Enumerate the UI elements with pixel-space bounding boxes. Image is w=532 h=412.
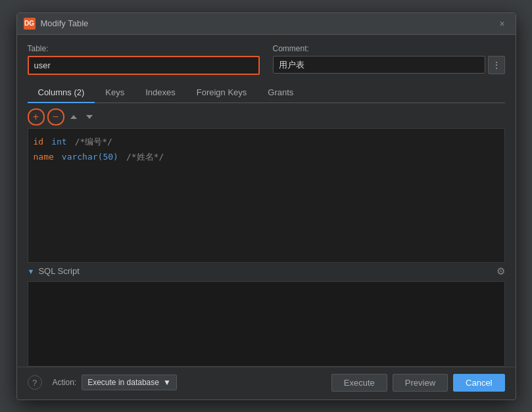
tab-indexes[interactable]: Indexes: [135, 83, 186, 103]
close-button[interactable]: ×: [496, 17, 509, 30]
col-comment-1: /*编号*/: [75, 134, 112, 149]
col-type-2: varchar(50): [62, 149, 118, 164]
table-row: id int /*编号*/: [34, 134, 499, 149]
sql-title-left: ▼ SQL Script: [28, 266, 80, 276]
move-down-button[interactable]: [83, 110, 96, 124]
action-select-value: Execute in database: [87, 378, 159, 387]
action-label: Action:: [53, 378, 77, 387]
modify-table-dialog: DG Modify Table × Table: Comment: ⋮ Colu…: [16, 12, 516, 400]
down-arrow-icon: [86, 115, 93, 119]
tab-foreign-keys[interactable]: Foreign Keys: [186, 83, 258, 103]
add-column-button[interactable]: +: [28, 108, 45, 126]
comment-action-button[interactable]: ⋮: [488, 56, 505, 74]
tab-columns[interactable]: Columns (2): [28, 83, 95, 103]
tabs-bar: Columns (2) Keys Indexes Foreign Keys Gr…: [28, 83, 505, 103]
columns-toolbar: + −: [28, 103, 505, 128]
comment-input[interactable]: [273, 56, 485, 74]
sql-script-section: ▼ SQL Script ⚙: [28, 265, 505, 367]
button-group: Execute Preview Cancel: [331, 374, 505, 392]
preview-button[interactable]: Preview: [393, 374, 448, 392]
help-button[interactable]: ?: [28, 375, 42, 390]
sql-script-area[interactable]: [28, 281, 505, 367]
col-comment-2: /*姓名*/: [126, 149, 164, 164]
col-type-1: int: [51, 134, 66, 149]
up-arrow-icon: [70, 115, 77, 119]
dialog-footer: ? Action: Execute in database ▼ Execute …: [17, 367, 516, 400]
cancel-button[interactable]: Cancel: [453, 374, 504, 392]
tab-keys[interactable]: Keys: [95, 83, 135, 103]
action-select-arrow: ▼: [163, 378, 171, 387]
remove-column-button[interactable]: −: [47, 108, 64, 126]
sql-script-header: ▼ SQL Script ⚙: [28, 265, 505, 277]
tab-grants[interactable]: Grants: [257, 83, 304, 103]
form-row: Table: Comment: ⋮: [28, 44, 505, 75]
col-name-1: id: [34, 134, 44, 149]
table-label: Table:: [28, 44, 260, 53]
title-bar: DG Modify Table ×: [17, 13, 516, 35]
sql-collapse-arrow[interactable]: ▼: [28, 267, 35, 275]
sql-settings-button[interactable]: ⚙: [496, 265, 505, 277]
columns-code-area: id int /*编号*/ name varchar(50) /*姓名*/: [28, 128, 505, 263]
sql-script-label: SQL Script: [38, 266, 79, 276]
action-select[interactable]: Execute in database ▼: [82, 375, 177, 390]
dialog-content: Table: Comment: ⋮ Columns (2) Keys Index…: [17, 35, 516, 367]
table-field-group: Table:: [28, 44, 260, 75]
comment-label: Comment:: [273, 44, 505, 53]
move-up-button[interactable]: [67, 110, 80, 124]
col-name-2: name: [34, 149, 54, 164]
table-row: name varchar(50) /*姓名*/: [34, 149, 499, 164]
comment-field-group: Comment: ⋮: [273, 44, 505, 74]
dialog-title: Modify Table: [41, 18, 491, 28]
action-row: Action: Execute in database ▼: [53, 375, 177, 390]
app-icon: DG: [24, 18, 36, 30]
table-input[interactable]: [28, 56, 260, 75]
comment-row: ⋮: [273, 56, 505, 74]
execute-button[interactable]: Execute: [331, 374, 387, 392]
